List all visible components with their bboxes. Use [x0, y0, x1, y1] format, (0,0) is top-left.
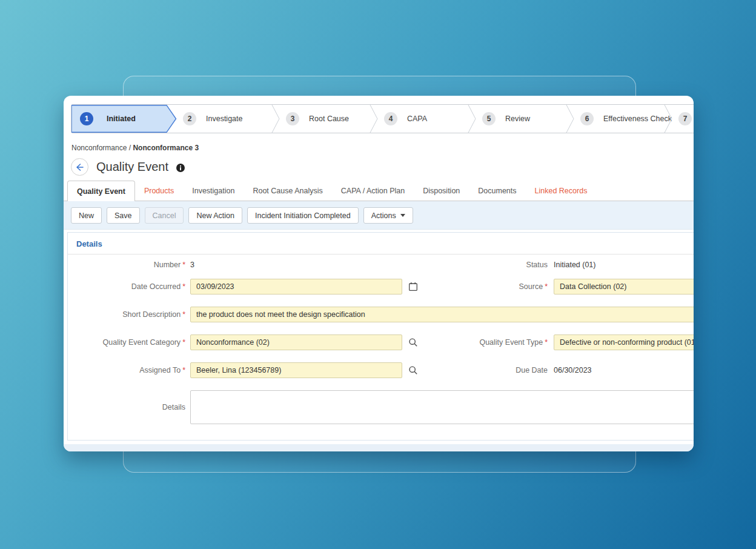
stepper-step-initiated[interactable]: 1 Initiated — [71, 105, 177, 133]
details-textarea[interactable] — [190, 390, 694, 424]
quality-event-category-input[interactable] — [190, 334, 402, 350]
tab-capa-action-plan[interactable]: CAPA / Action Plan — [332, 181, 414, 201]
short-description-label: Short Description — [122, 310, 181, 319]
step-label: Investigate — [206, 115, 242, 123]
breadcrumb-separator: / — [129, 144, 131, 152]
step-label: CAPA — [407, 115, 427, 123]
stepper-step-investigate[interactable]: 2 Investigate — [177, 105, 271, 133]
due-date-label: Due Date — [426, 366, 548, 374]
record-tabs: Quality Event Products Investigation Roo… — [64, 181, 694, 201]
stepper-step-effectiveness-check[interactable]: 6 Effectiveness Check — [574, 105, 664, 133]
stepper-step-root-cause[interactable]: 3 Root Cause — [280, 105, 370, 133]
cancel-button[interactable]: Cancel — [145, 207, 184, 224]
form-row-number-status: Number* 3 Status Initiated (01) — [68, 261, 694, 269]
quality-event-window: 1 Initiated 2 Investigate 3 Root Cause 4… — [64, 96, 694, 451]
step-separator-icon — [566, 105, 574, 133]
due-date-value: 06/30/2023 — [554, 366, 592, 374]
step-label: Review — [505, 115, 530, 123]
required-marker: * — [182, 282, 185, 291]
back-button[interactable] — [71, 158, 88, 176]
tab-linked-records[interactable]: Linked Records — [526, 181, 597, 201]
caret-down-icon — [400, 214, 405, 217]
step-separator-icon — [468, 105, 476, 133]
required-marker: * — [182, 338, 185, 347]
new-action-button[interactable]: New Action — [188, 207, 242, 224]
required-marker: * — [182, 366, 185, 374]
form-row-date-source: Date Occurred* Source* — [68, 279, 694, 294]
details-label: Details — [68, 403, 185, 411]
actions-dropdown-button[interactable]: Actions — [363, 207, 413, 224]
number-label: Number — [154, 261, 181, 269]
tab-investigation[interactable]: Investigation — [183, 181, 244, 201]
back-arrow-icon — [75, 163, 84, 171]
breadcrumb: Nonconformance / Nonconformance 3 — [71, 144, 694, 152]
info-icon[interactable] — [176, 164, 185, 172]
new-button[interactable]: New — [71, 207, 102, 224]
required-marker: * — [545, 282, 548, 291]
breadcrumb-current: Nonconformance 3 — [133, 144, 199, 152]
tab-documents[interactable]: Documents — [469, 181, 525, 201]
incident-initiation-completed-button[interactable]: Incident Initiation Completed — [247, 207, 359, 224]
tab-root-cause-analysis[interactable]: Root Cause Analysis — [244, 181, 331, 201]
workflow-stepper: 1 Initiated 2 Investigate 3 Root Cause 4… — [71, 104, 694, 133]
tab-quality-event[interactable]: Quality Event — [67, 181, 135, 201]
step-number-badge: 1 — [80, 112, 93, 125]
required-marker: * — [545, 338, 548, 347]
page-title: Quality Event — [96, 160, 168, 174]
record-toolbar: New Save Cancel New Action Incident Init… — [64, 201, 694, 230]
tab-products[interactable]: Products — [135, 181, 183, 201]
step-number-badge: 7 — [678, 112, 692, 125]
step-separator-icon — [664, 105, 672, 133]
source-input[interactable] — [554, 279, 694, 294]
form-row-category-type: Quality Event Category* Quality Event Ty… — [68, 334, 694, 350]
save-button[interactable]: Save — [107, 207, 140, 224]
actions-label: Actions — [371, 211, 396, 220]
assigned-to-input[interactable] — [190, 362, 402, 378]
stepper-step-7[interactable]: 7 — [672, 105, 694, 133]
quality-event-type-input[interactable] — [554, 334, 694, 350]
form-row-short-description: Short Description* — [68, 307, 694, 322]
required-marker: * — [182, 310, 185, 319]
window-footer — [64, 444, 694, 451]
details-section-title[interactable]: Details — [76, 239, 102, 248]
step-number-badge: 3 — [286, 112, 299, 125]
form-row-assigned-due: Assigned To* Due Date 06/30/2023 — [68, 362, 694, 378]
stepper-step-capa[interactable]: 4 CAPA — [378, 105, 468, 133]
step-separator-icon — [370, 105, 378, 133]
step-label: Effectiveness Check — [603, 115, 672, 123]
step-number-badge: 4 — [384, 112, 397, 125]
stepper-step-review[interactable]: 5 Review — [476, 105, 566, 133]
details-section: Details Number* 3 Status Initiated (01) … — [67, 232, 694, 441]
date-occurred-label: Date Occurred — [131, 282, 181, 291]
form-row-details: Details — [68, 390, 694, 424]
calendar-icon[interactable] — [402, 282, 424, 291]
status-value: Initiated (01) — [554, 261, 595, 269]
tab-disposition[interactable]: Disposition — [414, 181, 469, 201]
source-label: Source — [519, 282, 543, 291]
number-value: 3 — [190, 261, 194, 269]
breadcrumb-parent[interactable]: Nonconformance — [71, 144, 127, 152]
date-occurred-input[interactable] — [190, 279, 402, 294]
details-form: Number* 3 Status Initiated (01) Date Occ… — [68, 255, 694, 440]
step-separator-icon — [271, 105, 280, 133]
step-number-badge: 2 — [183, 112, 196, 125]
search-icon[interactable] — [402, 365, 424, 375]
search-icon[interactable] — [402, 338, 424, 347]
step-number-badge: 5 — [482, 112, 496, 125]
quality-event-category-label: Quality Event Category — [103, 338, 181, 347]
short-description-input[interactable] — [190, 307, 694, 322]
step-number-badge: 6 — [580, 112, 594, 125]
assigned-to-label: Assigned To — [139, 366, 181, 374]
step-label: Initiated — [107, 115, 136, 123]
quality-event-type-label: Quality Event Type — [479, 338, 543, 347]
required-marker: * — [182, 261, 185, 269]
step-label: Root Cause — [309, 115, 349, 123]
status-label: Status — [426, 261, 548, 269]
